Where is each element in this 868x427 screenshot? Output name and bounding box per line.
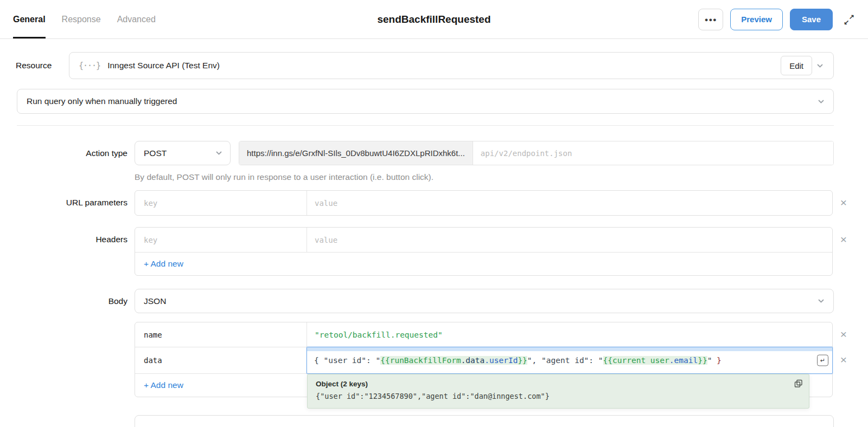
evaluation-title: Object (2 keys)	[316, 380, 787, 388]
remove-row-icon[interactable]: ×	[833, 227, 854, 251]
tab-bar: General Response Advanced	[13, 0, 156, 38]
body-row-data: data { "user_id": "{{runBackfillForm.dat…	[135, 347, 832, 373]
remove-row-icon[interactable]: ×	[833, 190, 854, 215]
query-title: sendBackfillRequested	[377, 14, 490, 25]
expand-icon[interactable]: ↗↙	[843, 14, 855, 25]
url-field: https://inn.gs/e/GrxfNl-SIls_0Dv8buwtU4I…	[239, 141, 834, 165]
data-expression: { "user_id": "{{runBackfillForm.data.use…	[314, 356, 722, 365]
body-type-select[interactable]: JSON	[135, 289, 834, 313]
body-key-data[interactable]: data	[144, 356, 162, 365]
evaluation-preview: {"user_id":"1234567890","agent_id":"dan@…	[316, 392, 787, 400]
tab-response[interactable]: Response	[62, 0, 101, 38]
chevron-down-icon	[818, 100, 824, 103]
url-parameters-group	[135, 190, 833, 216]
save-button[interactable]: Save	[790, 9, 833, 30]
body-label: Body	[0, 296, 127, 306]
next-section-partial	[135, 415, 834, 427]
body-row-name: name "retool/backfill.requested"	[135, 322, 832, 347]
preview-button[interactable]: Preview	[730, 9, 783, 30]
resource-select[interactable]: {···} Inngest Source API (Test Env) Edit	[69, 52, 834, 79]
header-key-input[interactable]	[144, 236, 305, 244]
action-type-row: Action type POST https://inn.gs/e/GrxfNl…	[0, 141, 834, 165]
action-type-label: Action type	[0, 148, 127, 158]
query-header: General Response Advanced sendBackfillRe…	[0, 0, 868, 39]
body-value-name[interactable]: "retool/backfill.requested"	[315, 331, 443, 339]
headers-row: Headers + Add new ×	[0, 227, 854, 276]
edit-resource-button[interactable]: Edit	[781, 56, 812, 75]
tab-general[interactable]: General	[13, 0, 46, 38]
kv-row	[135, 191, 832, 215]
post-helper-text: By default, POST will only run in respon…	[135, 172, 834, 182]
url-param-value-input[interactable]	[315, 199, 825, 208]
chevron-down-icon	[817, 64, 823, 68]
header-value-input[interactable]	[315, 236, 825, 244]
header-actions: ●●● Preview Save ↗↙	[698, 9, 855, 30]
remove-row-icon[interactable]: ×	[833, 346, 854, 373]
url-parameters-row: URL parameters ×	[0, 190, 854, 216]
resource-label: Resource	[16, 61, 69, 70]
kv-row	[135, 228, 832, 252]
url-param-key-input[interactable]	[144, 199, 305, 208]
url-path-input[interactable]	[473, 141, 833, 165]
url-base-prefix: https://inn.gs/e/GrxfNl-SIls_0Dv8buwtU4I…	[239, 141, 473, 165]
remove-row-icon[interactable]: ×	[833, 322, 854, 346]
more-options-button[interactable]: ●●●	[698, 9, 723, 30]
open-editor-icon[interactable]: ↵	[817, 355, 828, 366]
http-method-select[interactable]: POST	[135, 141, 231, 165]
chevron-down-icon	[216, 151, 222, 155]
run-trigger-select[interactable]: Run query only when manually triggered	[17, 89, 834, 114]
body-key-name[interactable]: name	[144, 331, 162, 339]
resource-name: Inngest Source API (Test Env)	[107, 61, 781, 70]
resource-row: Resource {···} Inngest Source API (Test …	[16, 52, 834, 79]
body-type-row: Body JSON	[0, 289, 834, 313]
add-header-link[interactable]: + Add new	[144, 259, 183, 269]
add-body-field-link[interactable]: + Add new	[144, 380, 183, 390]
section-divider	[17, 125, 834, 126]
add-new-row: + Add new	[135, 252, 832, 275]
data-expression-input[interactable]: { "user_id": "{{runBackfillForm.data.use…	[307, 347, 833, 374]
copy-icon[interactable]	[794, 379, 803, 388]
query-editor: General Response Advanced sendBackfillRe…	[0, 0, 868, 427]
body-type-value: JSON	[144, 296, 813, 306]
run-trigger-value: Run query only when manually triggered	[27, 96, 813, 106]
evaluation-tooltip: Object (2 keys) {"user_id":"1234567890",…	[307, 374, 809, 409]
http-method-value: POST	[144, 148, 211, 158]
chevron-down-icon	[818, 299, 824, 303]
headers-label: Headers	[0, 227, 127, 252]
braces-icon: {···}	[79, 61, 100, 70]
headers-group: + Add new	[135, 227, 833, 276]
tab-advanced[interactable]: Advanced	[117, 0, 156, 38]
url-parameters-label: URL parameters	[0, 190, 127, 215]
